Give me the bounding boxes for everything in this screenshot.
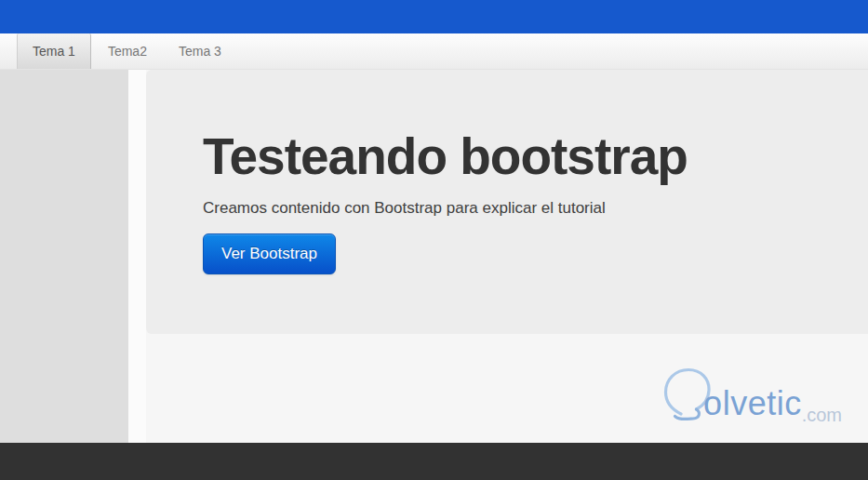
hero-unit: Testeando bootstrap Creamos contenido co… xyxy=(146,70,868,334)
content-gutter xyxy=(128,70,146,443)
ver-bootstrap-button[interactable]: Ver Bootstrap xyxy=(203,233,336,274)
tab-tema-2[interactable]: Tema2 xyxy=(93,33,162,69)
top-navbar xyxy=(0,0,868,33)
tab-tema-3-label: Tema 3 xyxy=(179,44,221,59)
tab-tema-2-label: Tema2 xyxy=(108,44,147,59)
tab-tema-3[interactable]: Tema 3 xyxy=(164,33,236,69)
solvetic-logo-tld: .com xyxy=(802,406,842,424)
hero-title: Testeando bootstrap xyxy=(203,126,823,187)
solvetic-logo-text: olvetic xyxy=(703,387,802,420)
solvetic-logo: olvetic .com xyxy=(661,365,842,428)
tab-bar: Tema 1 Tema2 Tema 3 xyxy=(0,33,868,70)
lightbulb-icon xyxy=(661,365,703,428)
sidebar xyxy=(0,70,128,443)
tab-tema-1[interactable]: Tema 1 xyxy=(17,33,91,69)
footer-bar xyxy=(0,443,868,480)
hero-subtitle: Creamos contenido con Bootstrap para exp… xyxy=(203,198,823,219)
tab-tema-1-label: Tema 1 xyxy=(33,44,75,59)
